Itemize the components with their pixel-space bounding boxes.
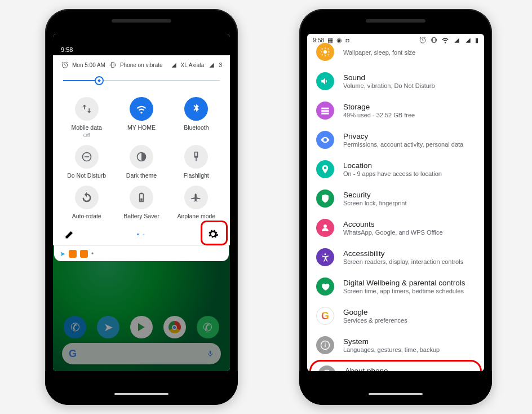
notif-more-dot: • [91, 250, 94, 258]
quick-settings-panel: 9:58 Mon 5:00 AM Phone on vibrate XL Axi… [53, 34, 230, 261]
qs-tile-flash[interactable]: Flashlight [171, 145, 222, 179]
bluetooth-icon [184, 97, 208, 121]
location-icon [316, 160, 334, 178]
settings-item-sub: Languages, gestures, time, backup [343, 346, 440, 353]
storage-icon [316, 102, 334, 120]
security-icon [316, 190, 334, 208]
settings-item-sound[interactable]: Sound Volume, vibration, Do Not Disturb [307, 67, 484, 96]
battery-icon [130, 186, 153, 209]
swap-vert-icon [75, 97, 99, 121]
settings-item-a11y[interactable]: Accessibility Screen readers, display, i… [307, 243, 484, 272]
vibrate-icon [109, 61, 117, 69]
sound-icon [316, 72, 334, 90]
about-icon [318, 365, 336, 371]
settings-item-sub: Wallpaper, sleep, font size [343, 49, 415, 56]
qs-tile-sub: Off [83, 133, 90, 138]
settings-item-accounts[interactable]: Accounts WhatsApp, Google, and WPS Offic… [307, 213, 484, 243]
notification-tray[interactable]: ➤ • [54, 245, 229, 261]
settings-item-location[interactable]: Location On - 9 apps have access to loca… [307, 155, 484, 184]
qs-sim2-text: 3 [219, 62, 222, 68]
qs-tile-mobile-data[interactable]: Mobile data Off [61, 97, 112, 138]
settings-item-title: Accessibility [343, 249, 463, 258]
qs-tile-label: Mobile data [72, 124, 102, 131]
qs-tile-label: Flashlight [184, 172, 209, 179]
settings-item-title: Digital Wellbeing & parental controls [343, 279, 466, 287]
screen-left: ✆ ➤ ✆ G 9:58 Mon 5:00 AM [53, 34, 230, 371]
statusbar-left: 9:58 [53, 34, 230, 55]
qs-tile-wifi[interactable]: MY HOME [116, 97, 167, 138]
status-alarm-icon [419, 36, 427, 44]
display-icon [316, 43, 334, 61]
rotate-icon [75, 186, 99, 209]
status-wifi-icon [441, 36, 449, 44]
wellbeing-icon [316, 278, 334, 296]
settings-item-title: Privacy [343, 132, 463, 140]
alarm-icon [61, 61, 69, 69]
settings-item-sub: Screen lock, fingerprint [343, 200, 407, 206]
status-image-icon: ▦ [327, 37, 333, 43]
notif-app-icon [69, 250, 77, 258]
qs-tile-label: Battery Saver [123, 213, 159, 219]
qs-tile-battery[interactable]: Battery Saver [116, 186, 167, 219]
settings-item-title: About phone [345, 367, 388, 371]
qs-tile-bluetooth[interactable]: Bluetooth [171, 97, 222, 138]
settings-item-title: Accounts [343, 220, 443, 228]
settings-item-wellbeing[interactable]: Digital Wellbeing & parental controls Sc… [307, 272, 484, 301]
qs-tile-dark[interactable]: Dark theme [116, 145, 167, 179]
status-signal-icon [453, 36, 460, 44]
a11y-icon [316, 248, 334, 266]
status-vibrate-icon [430, 36, 438, 44]
status-time: 9:58 [61, 46, 73, 53]
dnd-icon [75, 145, 99, 169]
settings-gear-button[interactable] [207, 228, 219, 240]
qs-tile-label: Dark theme [126, 172, 157, 179]
contrast-icon [130, 145, 153, 169]
qs-tile-airplane[interactable]: Airplane mode [171, 186, 222, 219]
settings-item-title: Storage [343, 103, 415, 111]
settings-item-title: Google [343, 308, 407, 316]
qs-tile-label: Auto-rotate [72, 213, 101, 219]
settings-item-privacy[interactable]: Privacy Permissions, account activity, p… [307, 125, 484, 155]
status-signal2-icon [464, 36, 472, 44]
phone-frame-right: 9:58 ▦ ◉ ◘ ▮ Wallpaper, sleep, font size… [299, 9, 492, 405]
settings-item-title: Sound [343, 73, 435, 82]
phone-frame-left: ✆ ➤ ✆ G 9:58 Mon 5:00 AM [45, 9, 238, 405]
notif-app-icon [80, 250, 88, 258]
settings-item-title: System [343, 337, 440, 346]
settings-item-google[interactable]: G Google Services & preferences [307, 301, 484, 331]
screen-right: 9:58 ▦ ◉ ◘ ▮ Wallpaper, sleep, font size… [307, 34, 484, 371]
page-indicator: • ◦ [76, 231, 207, 237]
airplane-icon [184, 186, 208, 209]
qs-tile-label: Airplane mode [177, 213, 215, 219]
status-app-icon: ◘ [345, 37, 349, 43]
settings-item-about[interactable]: About phone Mukharom [309, 360, 482, 371]
status-battery-icon: ▮ [475, 37, 478, 43]
settings-item-storage[interactable]: Storage 49% used - 32.52 GB free [307, 96, 484, 125]
brightness-slider[interactable] [59, 73, 224, 88]
signal-icon [170, 61, 178, 69]
settings-item-sub: Volume, vibration, Do Not Disturb [343, 82, 435, 89]
flashlight-icon [184, 145, 208, 169]
privacy-icon [316, 131, 334, 149]
edit-tiles-button[interactable] [64, 228, 76, 240]
settings-item-sub: Screen time, app timers, bedtime schedul… [343, 288, 466, 294]
qs-ringer-text: Phone on vibrate [120, 62, 163, 68]
brightness-icon [95, 76, 104, 85]
settings-item-sub: WhatsApp, Google, and WPS Office [343, 229, 443, 236]
settings-item-title: Location [343, 161, 442, 170]
settings-item-security[interactable]: Security Screen lock, fingerprint [307, 184, 484, 213]
qs-tile-dnd[interactable]: Do Not Disturb [61, 145, 112, 179]
system-icon [316, 336, 334, 354]
settings-item-sub: Services & preferences [343, 317, 407, 324]
notif-telegram-icon: ➤ [60, 250, 65, 258]
settings-item-sub: Screen readers, display, interaction con… [343, 258, 463, 265]
settings-item-system[interactable]: System Languages, gestures, time, backup [307, 331, 484, 360]
status-time: 9:58 [313, 37, 324, 43]
settings-item-title: Security [343, 191, 407, 199]
signal2-icon [207, 61, 215, 69]
qs-alarm-text: Mon 5:00 AM [72, 62, 105, 68]
qs-tile-rotate[interactable]: Auto-rotate [61, 186, 112, 219]
settings-item-sub: Permissions, account activity, personal … [343, 141, 463, 148]
qs-carrier-text: XL Axiata [181, 62, 205, 68]
settings-item-sub: On - 9 apps have access to location [343, 170, 442, 177]
